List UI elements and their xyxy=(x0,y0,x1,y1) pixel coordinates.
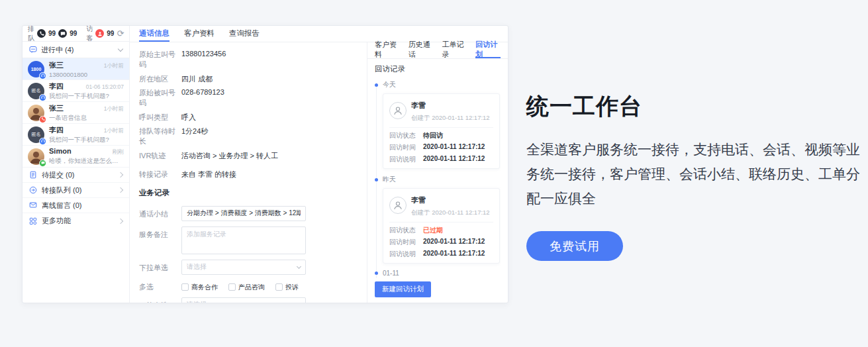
visit-status-value: 待回访 xyxy=(423,131,443,140)
timeline-date: 01-11 xyxy=(383,270,399,277)
conversation-snippet: 13800001800 xyxy=(49,71,124,78)
conversation-snippet: 一条语音信息 xyxy=(49,114,124,123)
avatar: 1800 xyxy=(28,61,44,77)
conversation-time: 1小时前 xyxy=(104,62,124,70)
sidebar-item-transfer-queue[interactable]: 转接队列 (0) xyxy=(23,183,129,198)
checkbox-complaint[interactable]: 投诉 xyxy=(275,283,299,292)
avatar: 匿名 xyxy=(28,126,44,143)
voice-badge-icon xyxy=(39,116,46,123)
visit-created-time: 创建于 2020-01-11 12:17:12 xyxy=(411,114,490,121)
sidebar-item-more-functions[interactable]: 更多功能 xyxy=(23,213,129,228)
visit-status-value: 已过期 xyxy=(423,226,443,235)
avatar: 匿名 xyxy=(28,83,44,99)
grid-icon xyxy=(29,217,37,225)
conversation-snippet: 我想问一下手机问题? xyxy=(49,92,124,101)
headset-badge-icon xyxy=(39,72,46,79)
checkbox-business-cooperation[interactable]: 商务合作 xyxy=(181,283,218,292)
visit-status-label: 回访状态 xyxy=(389,131,418,140)
field-label: 排队等待时长 xyxy=(139,126,181,146)
avatar-text: 1800 xyxy=(31,67,42,72)
single-select-dropdown[interactable]: 请选择 xyxy=(181,260,306,275)
select-placeholder: 请选择 xyxy=(187,262,207,272)
field-value: 活动咨询 > 业务办理 > 转人工 xyxy=(181,151,278,161)
visit-time-value: 2020-01-11 12:17:12 xyxy=(423,238,485,247)
conversation-snippet: 我想问一下手机问题? xyxy=(49,136,124,144)
contact-name: Simon xyxy=(49,147,72,155)
avatar-text: 匿名 xyxy=(32,87,41,94)
tab-customer-profile-sub[interactable]: 客户资料 xyxy=(375,42,400,58)
sidebar-item-label: 待提交 (0) xyxy=(42,170,75,180)
field-label: 服务备注 xyxy=(139,226,181,240)
contact-name: 李四 xyxy=(49,125,64,135)
sidebar-item-offline-messages[interactable]: 离线留言 (0) xyxy=(23,198,129,213)
avatar xyxy=(28,105,44,121)
visit-desc-value: 2020-01-11 12:17:12 xyxy=(423,250,485,259)
contact-name: 李四 xyxy=(49,81,64,91)
call-info-form: 原始主叫号码13880123456 所在地区四川 成都 原始被叫号码028-67… xyxy=(130,42,367,303)
conversation-time: 刚刚 xyxy=(113,148,124,156)
chevron-down-icon xyxy=(118,46,123,51)
field-label: 转接记录 xyxy=(139,170,181,179)
contact-name: 张三 xyxy=(49,103,64,113)
tab-call-history[interactable]: 历史通话 xyxy=(409,42,434,58)
conversation-item[interactable]: 匿名 李四01-06 15:20:07 我想问一下手机问题? xyxy=(23,80,129,102)
tab-visit-plan[interactable]: 回访计划 xyxy=(475,42,501,58)
tab-call-info[interactable]: 通话信息 xyxy=(139,26,169,42)
document-icon xyxy=(29,171,37,179)
conversation-item[interactable]: 张三1小时前 一条语音信息 xyxy=(23,102,129,124)
field-label: 多选 xyxy=(139,280,181,292)
field-label: 所在地区 xyxy=(139,74,181,84)
new-visit-plan-button[interactable]: 新建回访计划 xyxy=(375,281,431,297)
chat-queue-count: 99 xyxy=(70,30,77,37)
conversation-item[interactable]: Simon刚刚 哈喽，你知道这是怎么回事吗? xyxy=(23,146,129,168)
section-title-business-record: 业务记录 xyxy=(139,188,358,198)
visit-card: 李雷创建于 2020-01-11 12:17:12 回访状态待回访 回访时间20… xyxy=(383,93,500,169)
section-in-progress[interactable]: 进行中 (4) xyxy=(23,42,129,58)
call-summary-input[interactable] xyxy=(181,206,306,221)
refresh-icon[interactable]: ⟳ xyxy=(117,29,124,38)
visit-time-label: 回访时间 xyxy=(389,238,418,247)
person-avatar-icon xyxy=(389,197,407,214)
visit-desc-value: 2020-01-11 12:17:12 xyxy=(423,155,485,164)
conversation-item[interactable]: 匿名 李四1小时前 我想问一下手机问题? xyxy=(23,124,129,146)
tab-ticket-record[interactable]: 工单记录 xyxy=(442,42,467,58)
field-label: 呼叫类型 xyxy=(139,113,181,123)
chat-badge-icon xyxy=(39,160,46,167)
conversation-item[interactable]: 1800 张三1小时前 13800001800 xyxy=(23,58,129,80)
queue-label: 排队 xyxy=(28,25,34,43)
free-trial-button[interactable]: 免费试用 xyxy=(526,231,623,261)
tab-query-report[interactable]: 查询报告 xyxy=(229,26,260,42)
field-value: 四川 成都 xyxy=(181,74,213,84)
visit-contact-name: 李雷 xyxy=(411,101,426,109)
field-value: 1分24秒 xyxy=(181,126,208,146)
conversation-time: 1小时前 xyxy=(104,127,124,135)
checkbox-product-inquiry[interactable]: 产品咨询 xyxy=(228,283,265,292)
visit-records-title: 回访记录 xyxy=(375,64,501,74)
sidebar-item-label: 更多功能 xyxy=(42,216,71,226)
checkbox-label: 商务合作 xyxy=(191,283,218,292)
sidebar-header: 排队 99 99 访客 99 ⟳ xyxy=(23,26,129,42)
service-note-textarea[interactable] xyxy=(181,226,306,254)
sidebar-item-pending-submit[interactable]: 待提交 (0) xyxy=(23,168,129,183)
visit-contact-name: 李雷 xyxy=(411,196,426,204)
chevron-down-icon xyxy=(297,301,301,303)
visit-desc-label: 回访说明 xyxy=(389,155,418,164)
checkbox-icon xyxy=(275,283,283,291)
field-value: 来自 李雷 的转接 xyxy=(181,170,236,179)
timeline-dot xyxy=(375,178,378,181)
chat-icon xyxy=(58,29,67,38)
visit-time-label: 回访时间 xyxy=(389,143,418,152)
visit-plan-panel: 客户资料 历史通话 工单记录 回访计划 回访记录 今天 xyxy=(367,42,508,303)
visitor-label: 访客 xyxy=(86,25,93,43)
field-value: 呼入 xyxy=(181,113,196,123)
hero-description: 全渠道客户服务统一接待，支持电话、会话、视频等业务统一接待，客户管理、会话小结、… xyxy=(526,137,865,211)
tab-customer-profile[interactable]: 客户资料 xyxy=(184,26,215,42)
visitor-count: 99 xyxy=(107,30,114,37)
field-label: IVR轨迹 xyxy=(139,151,181,161)
field-label: 原始主叫号码 xyxy=(139,50,181,70)
visit-created-time: 创建于 2020-01-11 12:17:12 xyxy=(411,209,490,216)
multi-select-dropdown[interactable]: 请选择 xyxy=(181,297,306,303)
chevron-right-icon xyxy=(118,172,123,177)
field-value: 028-6789123 xyxy=(181,88,224,108)
field-label: 下拉单选 xyxy=(139,260,181,273)
